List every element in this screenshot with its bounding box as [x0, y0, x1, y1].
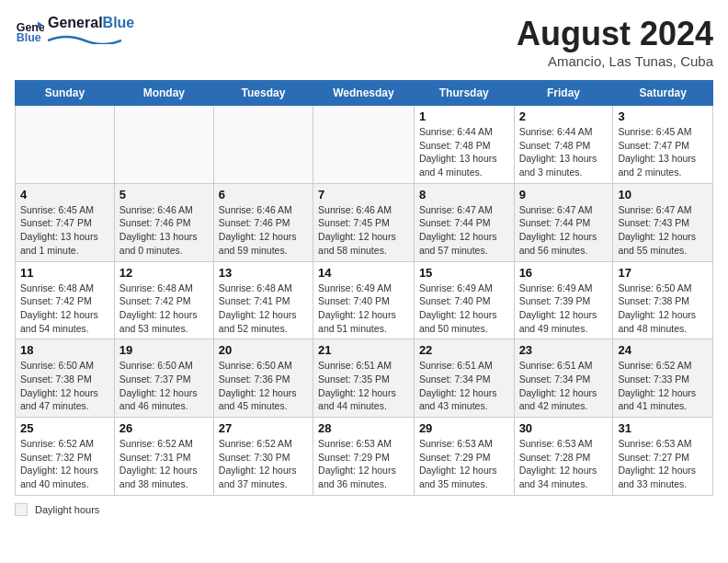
calendar-cell: 4Sunrise: 6:45 AM Sunset: 7:47 PM Daylig…: [16, 183, 115, 261]
day-number: 26: [119, 421, 209, 435]
day-info: Sunrise: 6:46 AM Sunset: 7:46 PM Dayligh…: [119, 203, 209, 258]
calendar-cell: 3Sunrise: 6:45 AM Sunset: 7:47 PM Daylig…: [613, 106, 713, 184]
calendar-cell: 28Sunrise: 6:53 AM Sunset: 7:29 PM Dayli…: [313, 418, 415, 496]
calendar-cell: 13Sunrise: 6:48 AM Sunset: 7:41 PM Dayli…: [213, 261, 313, 339]
day-info: Sunrise: 6:49 AM Sunset: 7:40 PM Dayligh…: [419, 282, 509, 336]
day-number: 30: [519, 421, 609, 435]
calendar-cell: 8Sunrise: 6:47 AM Sunset: 7:44 PM Daylig…: [414, 183, 514, 261]
calendar-cell: 5Sunrise: 6:46 AM Sunset: 7:46 PM Daylig…: [114, 183, 213, 261]
calendar-cell: 29Sunrise: 6:53 AM Sunset: 7:29 PM Dayli…: [414, 418, 514, 496]
day-number: 17: [618, 266, 708, 280]
day-number: 4: [20, 188, 109, 201]
calendar-cell: 12Sunrise: 6:48 AM Sunset: 7:42 PM Dayli…: [114, 261, 213, 339]
day-info: Sunrise: 6:50 AM Sunset: 7:37 PM Dayligh…: [119, 359, 209, 413]
day-number: 11: [20, 266, 109, 280]
calendar-cell: 9Sunrise: 6:47 AM Sunset: 7:44 PM Daylig…: [514, 183, 613, 261]
day-number: 3: [618, 109, 708, 123]
location-title: Amancio, Las Tunas, Cuba: [517, 53, 713, 69]
logo-icon: General Blue: [15, 17, 44, 46]
day-info: Sunrise: 6:53 AM Sunset: 7:28 PM Dayligh…: [519, 437, 609, 491]
day-number: 20: [219, 343, 308, 357]
title-area: August 2024 Amancio, Las Tunas, Cuba: [517, 15, 713, 69]
day-number: 7: [318, 188, 409, 201]
day-number: 1: [419, 109, 509, 123]
calendar-cell: 6Sunrise: 6:46 AM Sunset: 7:46 PM Daylig…: [213, 183, 313, 261]
calendar-cell: 21Sunrise: 6:51 AM Sunset: 7:35 PM Dayli…: [313, 339, 415, 418]
day-info: Sunrise: 6:51 AM Sunset: 7:35 PM Dayligh…: [318, 359, 409, 413]
calendar-cell: 14Sunrise: 6:49 AM Sunset: 7:40 PM Dayli…: [313, 261, 415, 339]
calendar-cell: 30Sunrise: 6:53 AM Sunset: 7:28 PM Dayli…: [514, 418, 613, 496]
day-number: 27: [219, 421, 308, 435]
day-info: Sunrise: 6:50 AM Sunset: 7:36 PM Dayligh…: [219, 359, 308, 413]
header-row: SundayMondayTuesdayWednesdayThursdayFrid…: [16, 81, 713, 106]
day-info: Sunrise: 6:46 AM Sunset: 7:45 PM Dayligh…: [318, 203, 409, 258]
calendar-cell: [16, 106, 115, 184]
calendar-cell: 16Sunrise: 6:49 AM Sunset: 7:39 PM Dayli…: [514, 261, 613, 339]
calendar-cell: 15Sunrise: 6:49 AM Sunset: 7:40 PM Dayli…: [414, 261, 514, 339]
day-number: 8: [419, 188, 509, 201]
week-row-4: 25Sunrise: 6:52 AM Sunset: 7:32 PM Dayli…: [16, 418, 713, 496]
logo-wave: [48, 31, 121, 44]
col-header-thursday: Thursday: [414, 81, 514, 106]
legend: Daylight hours: [15, 503, 713, 516]
col-header-saturday: Saturday: [613, 81, 713, 106]
col-header-friday: Friday: [514, 81, 613, 106]
week-row-0: 1Sunrise: 6:44 AM Sunset: 7:48 PM Daylig…: [16, 106, 713, 184]
calendar-cell: 26Sunrise: 6:52 AM Sunset: 7:31 PM Dayli…: [114, 418, 213, 496]
col-header-monday: Monday: [114, 81, 213, 106]
calendar-cell: 31Sunrise: 6:53 AM Sunset: 7:27 PM Dayli…: [613, 418, 713, 496]
day-info: Sunrise: 6:47 AM Sunset: 7:44 PM Dayligh…: [419, 203, 509, 258]
day-info: Sunrise: 6:51 AM Sunset: 7:34 PM Dayligh…: [419, 359, 509, 413]
month-title: August 2024: [517, 15, 713, 53]
day-info: Sunrise: 6:45 AM Sunset: 7:47 PM Dayligh…: [618, 125, 708, 179]
day-info: Sunrise: 6:51 AM Sunset: 7:34 PM Dayligh…: [519, 359, 609, 413]
day-info: Sunrise: 6:48 AM Sunset: 7:41 PM Dayligh…: [219, 282, 308, 336]
week-row-3: 18Sunrise: 6:50 AM Sunset: 7:38 PM Dayli…: [16, 339, 713, 418]
calendar-cell: 7Sunrise: 6:46 AM Sunset: 7:45 PM Daylig…: [313, 183, 415, 261]
day-number: 31: [618, 421, 708, 435]
day-info: Sunrise: 6:48 AM Sunset: 7:42 PM Dayligh…: [20, 282, 109, 336]
day-info: Sunrise: 6:50 AM Sunset: 7:38 PM Dayligh…: [20, 359, 109, 413]
col-header-sunday: Sunday: [16, 81, 115, 106]
calendar-cell: 2Sunrise: 6:44 AM Sunset: 7:48 PM Daylig…: [514, 106, 613, 184]
day-info: Sunrise: 6:47 AM Sunset: 7:43 PM Dayligh…: [618, 203, 708, 258]
calendar-cell: 27Sunrise: 6:52 AM Sunset: 7:30 PM Dayli…: [213, 418, 313, 496]
day-number: 16: [519, 266, 609, 280]
day-number: 9: [519, 188, 609, 201]
calendar-cell: 10Sunrise: 6:47 AM Sunset: 7:43 PM Dayli…: [613, 183, 713, 261]
calendar-cell: 18Sunrise: 6:50 AM Sunset: 7:38 PM Dayli…: [16, 339, 115, 418]
calendar-cell: 20Sunrise: 6:50 AM Sunset: 7:36 PM Dayli…: [213, 339, 313, 418]
day-number: 25: [20, 421, 109, 435]
day-number: 21: [318, 343, 409, 357]
calendar-cell: 19Sunrise: 6:50 AM Sunset: 7:37 PM Dayli…: [114, 339, 213, 418]
day-info: Sunrise: 6:47 AM Sunset: 7:44 PM Dayligh…: [519, 203, 609, 258]
logo-general: General: [48, 15, 103, 30]
day-info: Sunrise: 6:44 AM Sunset: 7:48 PM Dayligh…: [519, 125, 609, 179]
calendar-cell: 1Sunrise: 6:44 AM Sunset: 7:48 PM Daylig…: [414, 106, 514, 184]
day-info: Sunrise: 6:53 AM Sunset: 7:29 PM Dayligh…: [419, 437, 509, 491]
col-header-wednesday: Wednesday: [313, 81, 415, 106]
day-info: Sunrise: 6:53 AM Sunset: 7:27 PM Dayligh…: [618, 437, 708, 491]
day-number: 13: [219, 266, 308, 280]
header: General Blue GeneralBlue August 2024 Ama…: [15, 15, 713, 69]
day-info: Sunrise: 6:52 AM Sunset: 7:33 PM Dayligh…: [618, 359, 708, 413]
calendar-cell: [313, 106, 415, 184]
calendar-cell: 24Sunrise: 6:52 AM Sunset: 7:33 PM Dayli…: [613, 339, 713, 418]
day-number: 12: [119, 266, 209, 280]
col-header-tuesday: Tuesday: [213, 81, 313, 106]
day-number: 29: [419, 421, 509, 435]
day-info: Sunrise: 6:48 AM Sunset: 7:42 PM Dayligh…: [119, 282, 209, 336]
day-info: Sunrise: 6:52 AM Sunset: 7:31 PM Dayligh…: [119, 437, 209, 491]
day-number: 19: [119, 343, 209, 357]
day-info: Sunrise: 6:49 AM Sunset: 7:40 PM Dayligh…: [318, 282, 409, 336]
day-number: 22: [419, 343, 509, 357]
week-row-2: 11Sunrise: 6:48 AM Sunset: 7:42 PM Dayli…: [16, 261, 713, 339]
day-number: 2: [519, 109, 609, 123]
day-number: 28: [318, 421, 409, 435]
calendar-cell: 22Sunrise: 6:51 AM Sunset: 7:34 PM Dayli…: [414, 339, 514, 418]
day-number: 6: [219, 188, 308, 201]
legend-box: [15, 503, 28, 516]
day-number: 24: [618, 343, 708, 357]
day-number: 5: [119, 188, 209, 201]
calendar-cell: 11Sunrise: 6:48 AM Sunset: 7:42 PM Dayli…: [16, 261, 115, 339]
